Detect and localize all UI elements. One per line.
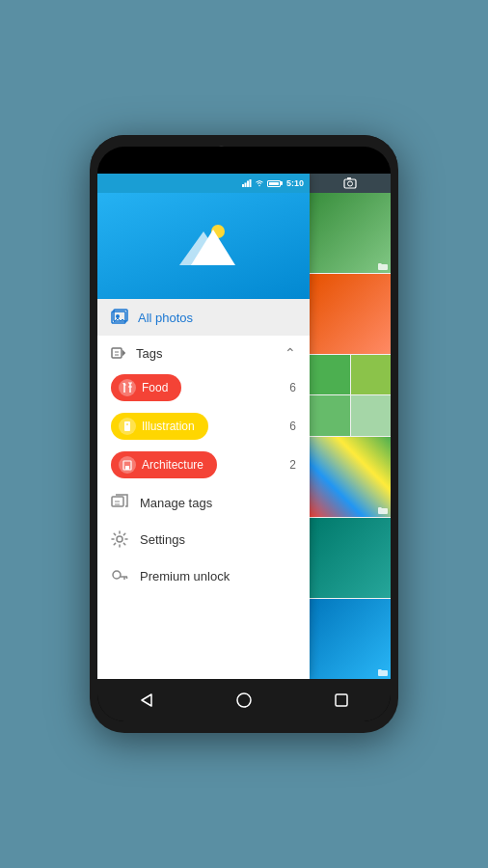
- key-icon: [111, 567, 128, 584]
- photo-thumb-4[interactable]: [310, 437, 391, 517]
- tag-architecture-count: 2: [289, 458, 296, 472]
- manage-tags-icon: [111, 494, 128, 511]
- svg-point-33: [237, 693, 251, 707]
- folder-icon-6: [378, 668, 388, 676]
- drawer-header: 5:10: [97, 174, 310, 299]
- all-photos-label: All photos: [138, 311, 193, 325]
- photo-thumb-2[interactable]: [310, 274, 391, 354]
- illustration-icon: [119, 418, 136, 435]
- svg-rect-34: [336, 694, 347, 706]
- screen: 5:10: [97, 174, 391, 679]
- phone-frame: 5:10: [90, 135, 398, 733]
- folder-icon-4: [378, 506, 388, 514]
- premium-unlock-item[interactable]: Premium unlock: [97, 557, 310, 594]
- svg-rect-17: [124, 421, 130, 431]
- svg-rect-10: [112, 348, 122, 358]
- status-time: 5:10: [286, 178, 304, 188]
- photo-thumb-6[interactable]: [310, 599, 391, 679]
- photos-panel: [310, 174, 391, 679]
- folder-icon-1: [378, 262, 388, 270]
- battery-icon: [267, 180, 281, 187]
- architecture-icon: [119, 456, 136, 474]
- tags-header[interactable]: Tags ⌃: [97, 336, 310, 368]
- svg-point-30: [348, 181, 353, 186]
- back-button[interactable]: [132, 686, 161, 715]
- tag-item-architecture[interactable]: Architecture 2: [97, 446, 310, 484]
- photo-thumb-3[interactable]: [310, 355, 391, 435]
- photo-thumb-1[interactable]: [310, 193, 391, 273]
- tag-item-food[interactable]: Food 6: [97, 368, 310, 407]
- manage-tags-item[interactable]: Manage tags: [97, 484, 310, 521]
- settings-icon: [111, 530, 128, 548]
- svg-rect-3: [249, 179, 251, 187]
- svg-rect-1: [244, 183, 246, 188]
- tag-food-label: Food: [142, 381, 168, 394]
- wifi-icon: [255, 179, 264, 187]
- tag-pill-architecture[interactable]: Architecture: [111, 451, 217, 478]
- tags-header-icon: [111, 345, 126, 361]
- all-photos-icon: [111, 309, 128, 326]
- drawer-panel: 5:10: [97, 174, 310, 679]
- tag-illustration-count: 6: [289, 420, 296, 433]
- tag-pill-illustration[interactable]: Illustration: [111, 413, 208, 440]
- food-icon: [119, 379, 136, 396]
- all-photos-item[interactable]: All photos: [97, 299, 310, 336]
- signal-icon: [242, 179, 252, 187]
- photos-top-bar: [310, 174, 391, 193]
- chevron-up-icon[interactable]: ⌃: [285, 345, 296, 361]
- photo-grid: [310, 193, 391, 679]
- svg-point-25: [113, 571, 121, 579]
- tag-illustration-label: Illustration: [142, 420, 195, 433]
- phone-inner: 5:10: [97, 147, 391, 721]
- tags-label: Tags: [136, 346, 162, 361]
- tag-architecture-label: Architecture: [142, 458, 203, 472]
- tag-pill-food[interactable]: Food: [111, 374, 181, 401]
- mountain-icon: [170, 222, 237, 270]
- svg-rect-2: [247, 181, 249, 188]
- settings-item[interactable]: Settings: [97, 521, 310, 557]
- photo-thumb-5[interactable]: [310, 518, 391, 598]
- tag-food-count: 6: [289, 381, 296, 394]
- manage-tags-label: Manage tags: [140, 496, 212, 510]
- status-icons: 5:10: [242, 178, 304, 188]
- nav-bar: [97, 679, 391, 721]
- svg-rect-31: [347, 177, 351, 179]
- app-logo: [170, 222, 237, 270]
- svg-marker-32: [142, 694, 151, 706]
- svg-rect-20: [125, 466, 129, 470]
- settings-label: Settings: [140, 532, 185, 547]
- home-button[interactable]: [230, 686, 258, 715]
- svg-point-24: [117, 536, 122, 542]
- recents-button[interactable]: [327, 686, 356, 715]
- status-bar: 5:10: [97, 174, 310, 193]
- svg-rect-29: [344, 179, 356, 188]
- camera-icon: [343, 176, 357, 190]
- tag-item-illustration[interactable]: Illustration 6: [97, 407, 310, 446]
- svg-rect-0: [242, 184, 244, 187]
- premium-unlock-label: Premium unlock: [140, 569, 230, 583]
- tags-header-left: Tags: [111, 345, 162, 361]
